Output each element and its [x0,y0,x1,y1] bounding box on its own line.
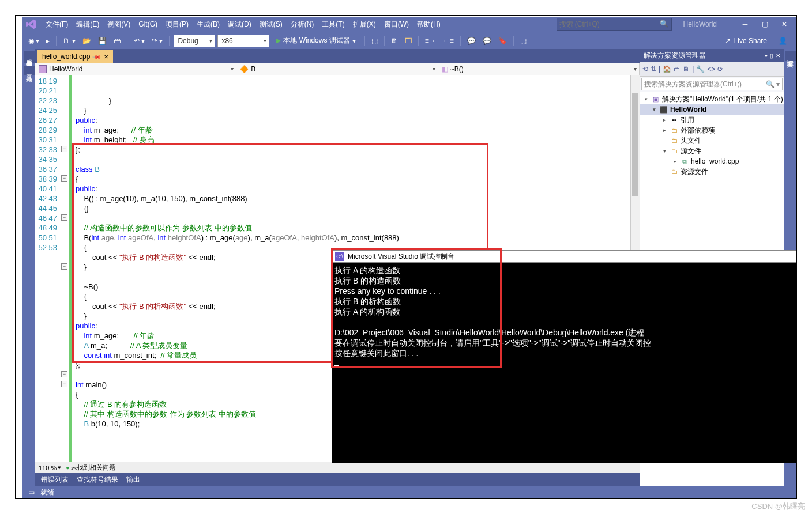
start-debug-button[interactable]: ▶本地 Windows 调试器 ▾ [272,35,360,47]
collapse-icon[interactable]: 🗀 [674,65,681,73]
folder-icon: 🗀 [670,137,678,145]
menu-debug[interactable]: 调试(D) [224,18,255,31]
tb-uncomment-icon[interactable]: 💬 [480,36,494,46]
menu-git[interactable]: Git(G) [135,18,161,30]
menu-build[interactable]: 生成(B) [193,18,223,31]
folder-icon: 🗀 [670,168,678,176]
tb-misc-icon[interactable]: ⬚ [518,36,529,46]
maximize-button[interactable]: ▢ [755,17,775,32]
resources-node[interactable]: 资源文件 [681,167,708,177]
solution-search[interactable]: 搜索解决方案资源管理器(Ctrl+;) 🔍 ▾ [641,78,783,90]
minimize-button[interactable]: ─ [735,17,755,32]
ext-deps-node[interactable]: 外部依赖项 [681,126,715,135]
open-button[interactable]: 📂 [80,36,93,46]
refs-node[interactable]: 引用 [681,115,694,125]
live-share-button[interactable]: ↗ Live Share 👤 [719,37,793,45]
nav-class-combo[interactable]: 🔶B [236,63,438,75]
console-output: 执行 A 的构造函数 执行 B 的构造函数 Press any key to c… [332,263,796,371]
menu-tools[interactable]: 工具(T) [318,18,348,31]
vs-window: 文件(F) 编辑(E) 视图(V) Git(G) 项目(P) 生成(B) 调试(… [22,17,796,498]
search-dropdown-icon[interactable]: 🔍 ▾ [766,80,780,88]
scrollbar-thumb[interactable] [632,93,638,196]
source-file[interactable]: hello_world.cpp [691,157,739,165]
sources-node[interactable]: 源文件 [681,146,701,156]
no-issues-indicator[interactable]: ● 未找到相关问题 [66,463,115,472]
status-ready: 就绪 [40,487,54,497]
nav-back-button[interactable]: ◉ ▾ [26,36,42,46]
console-app-icon: C:\ [335,252,344,261]
menu-project[interactable]: 项目(P) [162,18,192,31]
search-input[interactable] [559,20,660,28]
redo-button[interactable]: ↷ ▾ [149,36,165,46]
folder-icon: 🗀 [670,147,678,155]
tab-find-symbols[interactable]: 查找符号结果 [77,475,118,485]
menu-file[interactable]: 文件(F) [42,18,72,31]
close-panel-icon[interactable]: ✕ [776,52,780,59]
undo-button[interactable]: ↶ ▾ [131,36,147,46]
active-document-tab[interactable]: hello_world.cpp 📌 ✕ [37,50,113,63]
nav-project-combo[interactable]: HelloWorld [35,63,236,75]
pin-panel-icon[interactable]: ▯ [770,52,773,59]
play-icon: ▶ [276,37,281,44]
menu-help[interactable]: 帮助(H) [413,18,444,31]
properties-icon[interactable]: 🔧 [696,65,705,73]
solution-root[interactable]: 解决方案"HelloWorld"(1 个项目/共 1 个) [662,95,783,104]
search-box[interactable]: 🔍 [557,18,672,31]
menu-window[interactable]: 窗口(W) [381,18,412,31]
fold-column[interactable]: −−−−−− [61,75,69,462]
tab-output[interactable]: 输出 [126,475,140,485]
vs-logo-icon [25,18,37,31]
menu-edit[interactable]: 编辑(E) [73,18,103,31]
toolbar: ◉ ▾ ▸ 🗋 ▾ 📂 💾 🗃 ↶ ▾ ↷ ▾ Debug x86 ▶本地 Wi… [22,32,796,49]
project-node[interactable]: HelloWorld [670,105,706,114]
tab-error-list[interactable]: 错误列表 [41,475,69,485]
status-rect-icon: ▭ [28,488,35,496]
refresh-icon[interactable]: ⟳ [717,65,723,73]
pin-icon[interactable]: 📌 [92,52,102,61]
window-controls: ─ ▢ ✕ [735,17,794,32]
view-code-icon[interactable]: <> [707,65,715,73]
close-button[interactable]: ✕ [775,17,794,32]
tb-indent-icon[interactable]: ≡→ [423,36,438,46]
show-all-icon[interactable]: 🗎 [683,65,690,73]
tb-icon-3[interactable]: 🗔 [403,36,414,46]
save-button[interactable]: 💾 [96,36,109,46]
project-icon: ⬛ [660,105,668,114]
diagnostics-tab[interactable]: 诊断工具 [785,51,796,61]
sync-icon[interactable]: ⇅ [651,65,656,73]
dropdown-icon[interactable]: ▾ [765,52,768,59]
line-numbers: 18 19 20 21 22 23 24 25 26 27 28 29 30 3… [35,75,61,462]
console-title-text: Microsoft Visual Studio 调试控制台 [348,252,454,262]
config-combo[interactable]: Debug [174,35,215,47]
zoom-combo[interactable]: 110 % ▾ [39,464,61,471]
document-tabs: hello_world.cpp 📌 ✕ [35,49,640,63]
menu-analyze[interactable]: 分析(N) [287,18,318,31]
search-icon: 🔍 [660,20,669,29]
headers-node[interactable]: 头文件 [681,136,701,146]
toolbox-tab[interactable]: 工具箱 [24,66,35,75]
home-icon[interactable]: ⟲ [642,65,648,73]
admin-icon: 👤 [779,37,787,45]
solution-icon: ▣ [652,95,660,103]
solution-toolbar: ⟲ ⇅ | 🏠 🗀 🗎 | 🔧 <> ⟳ [640,62,784,77]
tb-comment-icon[interactable]: 💬 [465,36,478,46]
menu-extensions[interactable]: 扩展(X) [349,18,379,31]
new-button[interactable]: 🗋 ▾ [61,36,77,46]
close-tab-icon[interactable]: ✕ [104,54,108,60]
tb-outdent-icon[interactable]: ←≡ [441,36,456,46]
tb-icon-1[interactable]: ⬚ [369,36,380,46]
platform-combo[interactable]: x86 [217,35,269,47]
nav-fwd-button[interactable]: ▸ [44,36,52,46]
menu-view[interactable]: 视图(V) [104,18,134,31]
tb-icon-2[interactable]: 🗎 [389,36,400,46]
debug-console-window[interactable]: C:\ Microsoft Visual Studio 调试控制台 执行 A 的… [332,250,796,463]
solution-explorer-title: 解决方案资源管理器 ▾ ▯ ✕ [640,49,784,62]
nav-member-combo[interactable]: ◧~B() [438,63,640,75]
menu-bar: 文件(F) 编辑(E) 视图(V) Git(G) 项目(P) 生成(B) 调试(… [22,17,796,32]
save-all-button[interactable]: 🗃 [111,36,123,46]
tb-bookmark-icon[interactable]: 🔖 [496,36,509,46]
console-titlebar[interactable]: C:\ Microsoft Visual Studio 调试控制台 [332,250,796,263]
server-explorer-tab[interactable]: 服务器资源管理器 [24,51,35,63]
menu-test[interactable]: 测试(S) [256,18,286,31]
home2-icon[interactable]: 🏠 [663,65,671,73]
